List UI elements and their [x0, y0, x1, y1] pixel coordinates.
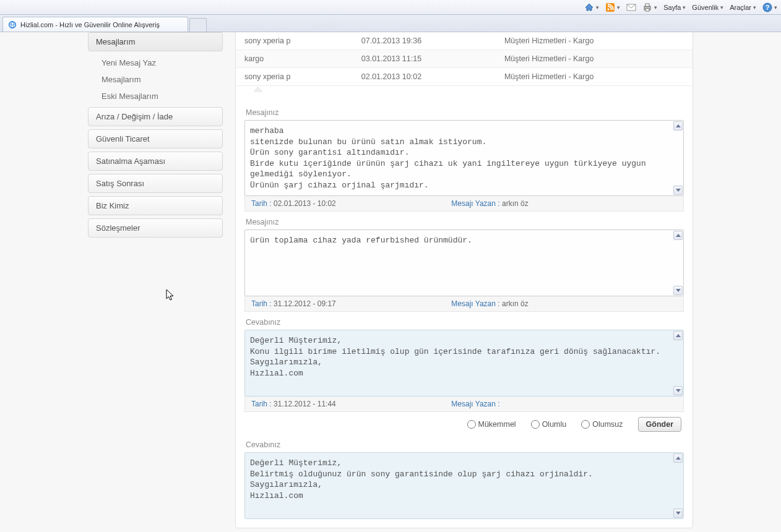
mail-icon[interactable] [626, 3, 636, 12]
message-panel: sony xperia p07.01.2013 19:36Müşteri Hiz… [235, 32, 693, 528]
row-dept: Müşteri Hizmetleri - Kargo [496, 50, 693, 68]
message-body[interactable]: merhaba sitenizde bulunan bu ürünü satın… [244, 120, 684, 196]
toolbar-page-menu[interactable]: Sayfa▾ [663, 4, 686, 11]
scroll-down-icon[interactable] [673, 386, 683, 395]
svg-rect-4 [645, 4, 649, 6]
message-meta: Tarih : 02.01.2013 - 10:02Mesajı Yazan :… [244, 196, 684, 212]
toolbar-safety-menu[interactable]: Güvenlik▾ [692, 4, 723, 11]
send-button[interactable]: Gönder [638, 417, 681, 432]
scroll-up-icon[interactable] [673, 231, 683, 240]
scroll-down-icon[interactable] [673, 508, 683, 518]
scroll-up-icon[interactable] [673, 331, 683, 340]
row-subject: sony xperia p [236, 32, 353, 50]
sidebar-item-returns[interactable]: Arıza / Değişim / İade [88, 107, 223, 126]
sidebar: Mesajlarım Yeni Mesaj Yaz Mesajlarım Esk… [88, 32, 223, 528]
reply-body[interactable]: Değerli Müşterimiz, Konu ilgili birime i… [244, 330, 684, 397]
scroll-down-icon[interactable] [673, 286, 683, 295]
row-subject: kargo [236, 50, 353, 68]
message-list-table: sony xperia p07.01.2013 19:36Müşteri Hiz… [236, 32, 693, 86]
message-label: Mesajınız [244, 102, 684, 120]
reply-body[interactable]: Değerli Müşterimiz, Belirtmiş olduğunuz … [244, 452, 684, 519]
sidebar-item-contracts[interactable]: Sözleşmeler [88, 218, 223, 238]
scroll-up-icon[interactable] [673, 121, 683, 131]
message-thread: Mesajınızmerhaba sitenizde bulunan bu ür… [236, 98, 693, 528]
print-icon[interactable]: ▾ [642, 2, 657, 12]
help-icon[interactable]: ?▾ [762, 2, 777, 12]
reply-label: Cevabınız [244, 312, 684, 330]
row-dept: Müşteri Hizmetleri - Kargo [496, 32, 693, 50]
rating-positive[interactable]: Olumlu [531, 420, 567, 429]
row-subject: sony xperia p [236, 68, 353, 86]
rss-icon[interactable]: ▾ [605, 2, 620, 12]
message-row[interactable]: sony xperia p07.01.2013 19:36Müşteri Hiz… [236, 32, 693, 50]
sidebar-sub-new-message[interactable]: Yeni Mesaj Yaz [88, 54, 223, 71]
message-row[interactable]: sony xperia p02.01.2013 10:02Müşteri Hiz… [236, 68, 693, 86]
row-date: 03.01.2013 11:15 [353, 50, 496, 68]
message-meta: Tarih : 31.12.2012 - 11:44Mesajı Yazan : [244, 397, 684, 412]
browser-tab-title: Hizlial.com - Hızlı ve Güvenilir Online … [20, 21, 160, 28]
sidebar-sub-my-messages[interactable]: Mesajlarım [88, 71, 223, 88]
message-row[interactable]: kargo03.01.2013 11:15Müşteri Hizmetleri … [236, 50, 693, 68]
sidebar-item-after-sales[interactable]: Satış Sonrası [88, 174, 223, 193]
rating-excellent[interactable]: Mükemmel [467, 420, 516, 429]
scroll-down-icon[interactable] [673, 186, 683, 195]
sidebar-item-secure-trade[interactable]: Güvenli Ticaret [88, 129, 223, 148]
home-icon[interactable]: ▾ [584, 2, 599, 12]
row-date: 07.01.2013 19:36 [353, 32, 496, 50]
browser-toolbar: ▾ ▾ ▾ Sayfa▾ Güvenlik▾ Araçlar▾ ?▾ [0, 0, 781, 15]
reply-label: Cevabınız [244, 434, 684, 452]
svg-point-1 [608, 8, 610, 10]
new-tab-button[interactable] [189, 18, 207, 32]
message-meta: Tarih : 31.12.2012 - 09:17Mesajı Yazan :… [244, 296, 684, 312]
message-body[interactable]: ürün toplama cihaz yada refurbished ürün… [244, 230, 684, 296]
ie-favicon [8, 20, 17, 29]
sidebar-header-messages[interactable]: Mesajlarım [88, 32, 223, 51]
toolbar-tools-menu[interactable]: Araçlar▾ [730, 4, 756, 11]
rating-row: MükemmelOlumluOlumsuzGönder [244, 412, 684, 434]
row-dept: Müşteri Hizmetleri - Kargo [496, 68, 693, 86]
row-date: 02.01.2013 10:02 [353, 68, 496, 86]
svg-text:?: ? [766, 4, 770, 11]
svg-rect-5 [645, 9, 649, 11]
rating-negative[interactable]: Olumsuz [581, 420, 623, 429]
browser-tab-strip: Hizlial.com - Hızlı ve Güvenilir Online … [0, 15, 781, 32]
sidebar-item-purchase-phase[interactable]: Satınalma Aşaması [88, 152, 223, 171]
sidebar-item-about-us[interactable]: Biz Kimiz [88, 196, 223, 215]
message-label: Mesajınız [244, 212, 684, 230]
scroll-up-icon[interactable] [673, 453, 683, 463]
thread-pointer-arrow [236, 86, 693, 95]
sidebar-sub-old-messages[interactable]: Eski Mesajlarım [88, 88, 223, 105]
browser-tab[interactable]: Hizlial.com - Hızlı ve Güvenilir Online … [2, 17, 188, 32]
